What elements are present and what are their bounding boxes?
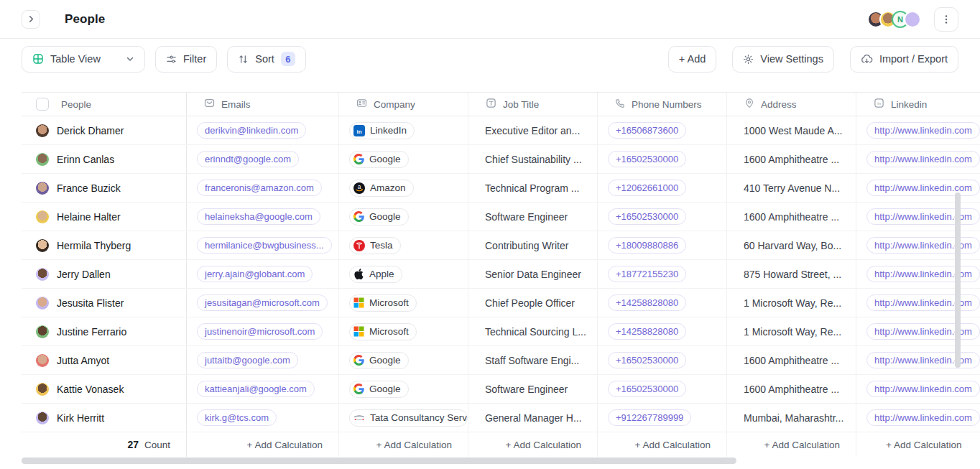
person-cell[interactable]: Jesusita Flister bbox=[22, 289, 187, 317]
vertical-scrollbar[interactable] bbox=[955, 192, 961, 368]
table-row[interactable]: Kattie Vonasekkattieanjali@google.comGoo… bbox=[22, 375, 980, 404]
table-row[interactable]: Jesusita Flisterjesusitagan@microsoft.co… bbox=[22, 289, 980, 317]
person-cell[interactable]: Kattie Vonasek bbox=[22, 375, 187, 403]
table-view-selector[interactable]: Table View bbox=[22, 46, 145, 73]
email-chip[interactable]: jesusitagan@microsoft.com bbox=[197, 294, 328, 311]
avatar bbox=[36, 210, 49, 223]
person-cell[interactable]: Jutta Amyot bbox=[22, 346, 187, 374]
phone-chip[interactable]: +14258828080 bbox=[608, 323, 686, 340]
person-name: Helaine Halter bbox=[57, 211, 121, 223]
table-row[interactable]: Derick Dhamerderikvin@linkedin.cominLink… bbox=[22, 116, 980, 145]
email-chip[interactable]: helaineksha@google.com bbox=[197, 208, 320, 225]
company-chip[interactable]: Google bbox=[349, 208, 409, 226]
company-chip[interactable]: Google bbox=[349, 381, 409, 398]
phone-chip[interactable]: +16502530000 bbox=[608, 151, 686, 167]
linkedin-chip[interactable]: http://www.linkedin.com bbox=[866, 237, 980, 254]
count-summary-cell[interactable]: 27Count bbox=[22, 432, 187, 457]
linkedin-chip[interactable]: http://www.linkedin.com bbox=[866, 409, 980, 426]
table-row[interactable]: Helaine Halterhelaineksha@google.comGoog… bbox=[22, 203, 980, 231]
presence-avatar-4[interactable] bbox=[904, 11, 921, 28]
email-chip[interactable]: jerry.ajain@globant.com bbox=[197, 266, 313, 282]
company-chip[interactable]: Microsoft bbox=[349, 323, 417, 340]
linkedin-chip[interactable]: http://www.linkedin.com bbox=[866, 352, 980, 368]
person-cell[interactable]: Jerry Dallen bbox=[22, 260, 187, 288]
column-header-address[interactable]: Address bbox=[727, 93, 856, 116]
company-chip[interactable]: Google bbox=[349, 352, 409, 369]
sort-icon bbox=[238, 54, 249, 65]
linkedin-chip[interactable]: http://www.linkedin.com bbox=[866, 180, 980, 196]
table-row[interactable]: Jerry Dallenjerry.ajain@globant.comApple… bbox=[22, 260, 980, 289]
add-calculation-cell[interactable]: + Add Calculation bbox=[856, 432, 980, 457]
table-row[interactable]: Hermila Thyberghermilanice@bwgbusiness..… bbox=[22, 231, 980, 260]
linkedin-chip[interactable]: http://www.linkedin.com bbox=[866, 151, 980, 167]
phone-chip[interactable]: +18009880886 bbox=[608, 237, 686, 254]
import-export-button[interactable]: Import / Export bbox=[850, 46, 958, 73]
company-chip[interactable]: Tesla bbox=[349, 237, 401, 254]
top-bar: People N bbox=[0, 0, 980, 39]
more-options-button[interactable] bbox=[934, 7, 958, 32]
linkedin-chip[interactable]: http://www.linkedin.com bbox=[866, 122, 980, 139]
add-calculation-cell[interactable]: + Add Calculation bbox=[187, 432, 339, 457]
company-chip[interactable]: Tata Consultancy Services bbox=[349, 409, 468, 427]
phone-chip[interactable]: +14258828080 bbox=[608, 294, 686, 311]
email-chip[interactable]: kirk.g@tcs.com bbox=[197, 409, 277, 426]
email-chip[interactable]: kattieanjali@google.com bbox=[197, 381, 315, 397]
email-chip[interactable]: justinenoir@microsoft.com bbox=[197, 323, 323, 340]
company-chip[interactable]: aAmazon bbox=[349, 180, 414, 197]
company-chip[interactable]: Google bbox=[349, 151, 409, 168]
linkedin-chip[interactable]: http://www.linkedin.com bbox=[866, 208, 980, 225]
company-chip[interactable]: Apple bbox=[349, 266, 402, 283]
sidebar-expand-button[interactable] bbox=[22, 10, 40, 29]
person-cell[interactable]: Kirk Herritt bbox=[22, 404, 187, 432]
person-cell[interactable]: Justine Ferrario bbox=[22, 317, 187, 345]
column-header-people[interactable]: People bbox=[22, 93, 187, 116]
company-chip[interactable]: inLinkedIn bbox=[349, 122, 415, 139]
column-header-company[interactable]: Company bbox=[339, 93, 468, 116]
phone-chip[interactable]: +16502530000 bbox=[608, 208, 686, 225]
add-calculation-cell[interactable]: + Add Calculation bbox=[339, 432, 468, 457]
email-chip[interactable]: juttaitb@google.com bbox=[197, 352, 298, 368]
add-button[interactable]: + Add bbox=[668, 46, 717, 73]
add-calculation-cell[interactable]: + Add Calculation bbox=[598, 432, 727, 457]
table-row[interactable]: France Buzickfranceronis@amazon.comaAmaz… bbox=[22, 174, 980, 203]
view-settings-button[interactable]: View Settings bbox=[732, 46, 834, 73]
select-all-checkbox[interactable] bbox=[36, 98, 49, 111]
filter-button[interactable]: Filter bbox=[155, 46, 217, 73]
phone-chip[interactable]: +16502530000 bbox=[608, 381, 686, 397]
linkedin-chip[interactable]: http://www.linkedin.com bbox=[866, 381, 980, 397]
column-header-emails[interactable]: Emails bbox=[187, 93, 339, 116]
table-row[interactable]: Kirk Herrittkirk.g@tcs.comTata Consultan… bbox=[22, 404, 980, 432]
table-row[interactable]: Jutta Amyotjuttaitb@google.comGoogleStaf… bbox=[22, 346, 980, 375]
person-cell[interactable]: Hermila Thyberg bbox=[22, 231, 187, 259]
person-cell[interactable]: France Buzick bbox=[22, 174, 187, 202]
table-row[interactable]: Justine Ferrariojustinenoir@microsoft.co… bbox=[22, 317, 980, 346]
column-header-phone[interactable]: Phone Numbers bbox=[598, 93, 727, 116]
column-label-people: People bbox=[61, 99, 91, 110]
linkedin-chip[interactable]: http://www.linkedin.com bbox=[866, 266, 980, 282]
person-cell[interactable]: Helaine Halter bbox=[22, 203, 187, 231]
address-icon bbox=[744, 98, 754, 111]
add-calculation-cell[interactable]: + Add Calculation bbox=[468, 432, 598, 457]
email-chip[interactable]: derikvin@linkedin.com bbox=[197, 122, 306, 139]
table-row[interactable]: Erinn Canlaserinndt@google.comGoogleChie… bbox=[22, 145, 980, 174]
phone-chip[interactable]: +912267789999 bbox=[608, 409, 691, 426]
linkedin-chip[interactable]: http://www.linkedin.com bbox=[866, 323, 980, 340]
email-chip[interactable]: franceronis@amazon.com bbox=[197, 180, 322, 196]
phone-chip[interactable]: +16502530000 bbox=[608, 352, 686, 368]
company-chip[interactable]: Microsoft bbox=[349, 294, 417, 312]
sort-button[interactable]: Sort 6 bbox=[227, 46, 306, 73]
add-calculation-cell[interactable]: + Add Calculation bbox=[727, 432, 856, 457]
linkedin-cell: http://www.linkedin.com bbox=[856, 289, 980, 317]
cloud-download-icon bbox=[861, 54, 873, 65]
phone-chip[interactable]: +16506873600 bbox=[608, 122, 686, 139]
person-cell[interactable]: Erinn Canlas bbox=[22, 145, 187, 173]
linkedin-chip[interactable]: http://www.linkedin.com bbox=[866, 294, 980, 311]
email-chip[interactable]: erinndt@google.com bbox=[197, 151, 299, 167]
person-cell[interactable]: Derick Dhamer bbox=[22, 116, 187, 144]
phone-chip[interactable]: +12062661000 bbox=[608, 180, 686, 196]
column-header-linkedin[interactable]: inLinkedin bbox=[856, 93, 980, 116]
horizontal-scrollbar[interactable] bbox=[22, 458, 736, 464]
email-chip[interactable]: hermilanice@bwgbusiness... bbox=[197, 237, 332, 254]
phone-chip[interactable]: +18772155230 bbox=[608, 266, 686, 282]
column-header-job[interactable]: Job Title bbox=[468, 93, 598, 116]
